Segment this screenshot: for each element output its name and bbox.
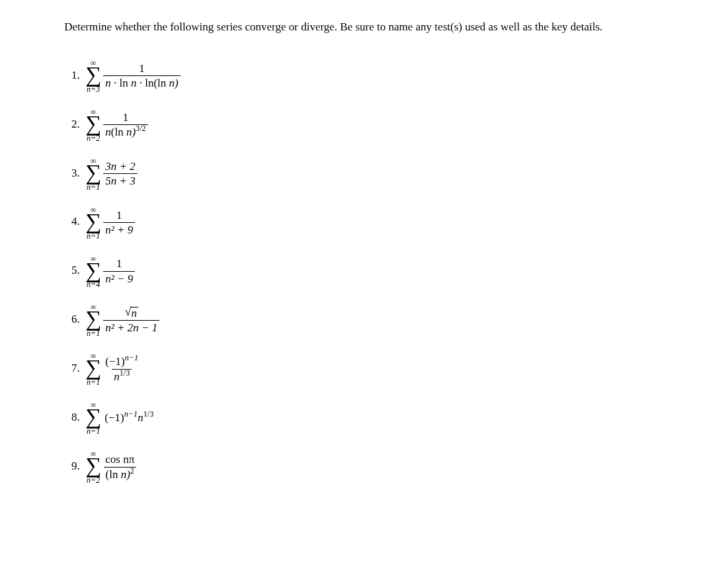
exponent: 1/3 [120, 368, 130, 378]
problem-1: ∞ ∑ n=3 1 n · ln n · ln(ln n) [83, 59, 682, 93]
sigma-lower-limit: n=3 [87, 85, 100, 93]
sigma-symbol: ∑ [85, 456, 101, 475]
fraction: 1 n² + 9 [103, 209, 135, 237]
series-expression: ∞ ∑ n=1 (−1)n−1 n1/3 [85, 352, 140, 386]
exponent: 3/2 [136, 124, 146, 134]
denominator: n1/3 [112, 369, 132, 384]
exp-expr: n−1 [125, 354, 139, 363]
problem-5: ∞ ∑ n=4 1 n² − 9 [83, 255, 682, 289]
sigma-operator: ∞ ∑ n=4 [85, 255, 101, 289]
var-n: n [131, 307, 137, 319]
cos-expr: cos nπ [105, 453, 134, 466]
ln-text: ln [120, 77, 128, 89]
sigma-lower-limit: n=4 [87, 280, 100, 288]
radical-icon: √ [125, 306, 132, 318]
denominator: n² − 9 [103, 271, 135, 286]
denominator: (ln n)2 [104, 467, 136, 481]
sigma-operator: ∞ ∑ n=1 [85, 206, 101, 240]
numerator: 1 [114, 257, 124, 271]
den-expr: n² + 2n − 1 [105, 321, 157, 334]
sigma-lower-limit: n=1 [87, 329, 100, 337]
sigma-symbol: ∑ [85, 163, 101, 183]
var-n: n [114, 370, 120, 383]
term: (−1)n−1n1/3 [103, 411, 153, 426]
series-expression: ∞ ∑ n=1 √ n n² + 2n − 1 [85, 303, 159, 337]
sigma-operator: ∞ ∑ n=1 [85, 303, 101, 337]
sigma-symbol: ∑ [85, 65, 101, 85]
ln-text: (ln [106, 468, 118, 481]
sigma-operator: ∞ ∑ n=1 [85, 157, 101, 191]
sigma-symbol: ∑ [85, 212, 101, 231]
sigma-lower-limit: n=1 [87, 378, 100, 386]
sigma-operator: ∞ ∑ n=2 [85, 108, 101, 142]
ln-text: (ln [111, 126, 124, 138]
numerator: 1 [114, 209, 124, 223]
var-n: n) [121, 468, 130, 481]
base: (−1) [104, 411, 124, 424]
var-n: n [138, 411, 143, 424]
series-expression: ∞ ∑ n=2 cos nπ (ln n)2 [85, 450, 136, 484]
den-expr: n² − 9 [105, 272, 133, 285]
radicand: n [130, 307, 138, 319]
ln-of-ln-text: ln(ln [145, 77, 166, 89]
sigma-operator: ∞ ∑ n=2 [85, 450, 101, 484]
sigma-symbol: ∑ [85, 309, 101, 329]
problem-4: ∞ ∑ n=1 1 n² + 9 [83, 206, 682, 240]
var-n: n) [126, 126, 136, 138]
exponent: n−1 [124, 409, 138, 419]
problem-8: ∞ ∑ n=1 (−1)n−1n1/3 [83, 401, 682, 435]
problem-9: ∞ ∑ n=2 cos nπ (ln n)2 [83, 450, 682, 484]
sigma-lower-limit: n=2 [87, 134, 100, 142]
sigma-lower-limit: n=1 [87, 183, 100, 191]
sigma-symbol: ∑ [85, 261, 101, 280]
numerator: cos nπ [103, 453, 136, 467]
denominator: n² + 9 [103, 222, 135, 237]
problem-6: ∞ ∑ n=1 √ n n² + 2n − 1 [83, 303, 682, 337]
denominator: n(ln n)3/2 [103, 124, 147, 139]
var-n: n [105, 77, 111, 89]
fraction: 1 n · ln n · ln(ln n) [103, 62, 181, 90]
exp-expr: n−1 [124, 409, 138, 419]
fraction: (−1)n−1 n1/3 [103, 355, 140, 383]
var-n: n) [169, 77, 179, 89]
var-n: n [105, 126, 111, 138]
num-expr: 3n + 2 [105, 160, 135, 173]
sigma-operator: ∞ ∑ n=1 [85, 352, 101, 386]
problem-7: ∞ ∑ n=1 (−1)n−1 n1/3 [83, 352, 682, 386]
sigma-symbol: ∑ [85, 114, 101, 134]
var-n: n [131, 77, 137, 89]
series-expression: ∞ ∑ n=2 1 n(ln n)3/2 [85, 108, 148, 142]
sigma-operator: ∞ ∑ n=3 [85, 59, 101, 93]
base: (−1) [105, 355, 124, 368]
series-expression: ∞ ∑ n=4 1 n² − 9 [85, 255, 135, 289]
numerator: (−1)n−1 [103, 355, 140, 369]
series-expression: ∞ ∑ n=1 1 n² + 9 [85, 206, 135, 240]
series-expression: ∞ ∑ n=1 3n + 2 5n + 3 [85, 157, 138, 191]
fraction: 1 n² − 9 [103, 257, 135, 285]
sigma-symbol: ∑ [85, 407, 101, 427]
series-expression: ∞ ∑ n=3 1 n · ln n · ln(ln n) [85, 59, 181, 93]
den-expr: 5n + 3 [105, 175, 135, 187]
sigma-lower-limit: n=2 [87, 476, 100, 484]
numerator: √ n [123, 306, 140, 320]
den-expr: n² + 9 [105, 224, 133, 236]
numerator: 1 [137, 62, 147, 76]
series-expression: ∞ ∑ n=1 (−1)n−1n1/3 [85, 401, 153, 435]
denominator: 5n + 3 [103, 173, 137, 188]
problem-2: ∞ ∑ n=2 1 n(ln n)3/2 [83, 108, 682, 142]
problem-prompt: Determine whether the following series c… [46, 20, 682, 35]
problem-3: ∞ ∑ n=1 3n + 2 5n + 3 [83, 157, 682, 191]
fraction: √ n n² + 2n − 1 [103, 306, 159, 334]
sqrt: √ n [125, 307, 138, 319]
problem-list: ∞ ∑ n=3 1 n · ln n · ln(ln n) ∞ ∑ [46, 59, 682, 484]
sigma-symbol: ∑ [85, 358, 101, 378]
fraction: 3n + 2 5n + 3 [103, 160, 137, 188]
exponent: 2 [130, 466, 134, 475]
denominator: n · ln n · ln(ln n) [103, 75, 181, 90]
fraction: 1 n(ln n)3/2 [103, 111, 147, 139]
numerator: 3n + 2 [103, 160, 137, 174]
sigma-lower-limit: n=1 [87, 427, 100, 435]
sigma-operator: ∞ ∑ n=1 [85, 401, 101, 435]
denominator: n² + 2n − 1 [103, 320, 159, 335]
exponent: n−1 [125, 354, 139, 363]
